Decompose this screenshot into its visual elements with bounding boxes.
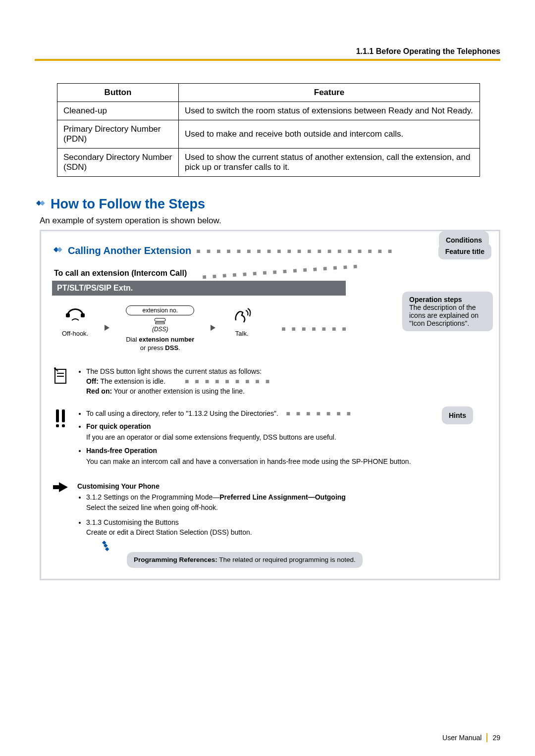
diamond-icon xyxy=(52,246,63,256)
svg-rect-16 xyxy=(62,409,65,422)
callout-operation-steps: Operation steps The description of the i… xyxy=(402,292,493,331)
breadcrumb: 1.1.1 Before Operating the Telephones xyxy=(356,47,500,55)
dashed-leader: ■ ■ ■ ■ ■ ■ ■ ■ ■ xyxy=(185,377,271,385)
note-icon xyxy=(52,366,70,400)
section-intro: An example of system operation is shown … xyxy=(40,216,500,226)
example-box: Calling Another Extension ■ ■ ■ ■ ■ ■ ■ … xyxy=(40,230,500,580)
dss-label: (DSS) xyxy=(126,326,194,333)
customising-body: Customising Your Phone 3.1.2 Settings on… xyxy=(77,478,363,568)
footer-divider xyxy=(486,733,487,742)
talk-icon xyxy=(232,305,252,325)
section-heading-row: How to Follow the Steps xyxy=(35,197,500,212)
cell-button: Primary Directory Number (PDN) xyxy=(57,120,179,149)
step-dial: extension no. (DSS) Dial extension numbe… xyxy=(126,305,194,353)
dashed-leader: ■ ■ ■ ■ ■ ■ ■ xyxy=(281,325,348,333)
svg-rect-7 xyxy=(155,318,165,321)
sub-heading: To call an extension (Intercom Call) ■ ■… xyxy=(54,269,488,278)
callout-body: The description of the icons are explain… xyxy=(409,303,486,327)
exclaim-icon xyxy=(52,408,70,469)
programming-references-pill: Programming References: The related or r… xyxy=(127,552,363,568)
svg-rect-17 xyxy=(62,424,65,427)
cell-feature: Used to switch the room status of extens… xyxy=(179,102,480,120)
customising-block: Customising Your Phone 3.1.2 Settings on… xyxy=(52,478,488,568)
table-row: Cleaned-up Used to switch the room statu… xyxy=(57,102,480,120)
arrow-icon xyxy=(209,324,217,334)
callout-hints: Hints xyxy=(442,406,473,424)
feature-title: Calling Another Extension xyxy=(68,245,191,256)
svg-rect-14 xyxy=(56,409,59,422)
extension-bar: PT/SLT/PS/SIP Extn. xyxy=(52,281,346,296)
svg-rect-5 xyxy=(81,313,85,317)
cell-button: Cleaned-up xyxy=(57,102,179,120)
dashed-leader: ■ ■ ■ ■ ■ ■ ■ ■ ■ ■ ■ ■ ■ ■ ■ ■ xyxy=(202,262,360,281)
svg-rect-1 xyxy=(40,201,45,205)
cell-button: Secondary Directory Number (SDN) xyxy=(57,149,179,177)
arrow-icon xyxy=(103,324,111,334)
callout-conditions: Conditions xyxy=(439,231,489,249)
svg-rect-15 xyxy=(56,424,59,427)
feature-title-row: Calling Another Extension ■ ■ ■ ■ ■ ■ ■ … xyxy=(52,245,488,256)
cell-feature: Used to make and receive both outside an… xyxy=(179,120,480,149)
page-footer: User Manual 29 xyxy=(442,733,500,742)
footer-label: User Manual xyxy=(442,734,482,742)
step-off-hook: Off-hook. xyxy=(62,305,88,338)
step-talk: Talk. xyxy=(232,305,252,338)
diamond-icon xyxy=(35,199,46,210)
col-header-button: Button xyxy=(57,84,179,102)
step-caption: Talk. xyxy=(232,330,252,338)
conditions-body: The DSS button light shows the current s… xyxy=(77,366,271,400)
col-header-feature: Feature xyxy=(179,84,480,102)
step-caption: Dial extension number or press DSS. xyxy=(126,336,194,353)
svg-rect-8 xyxy=(156,322,164,324)
svg-rect-4 xyxy=(66,313,70,317)
step-caption: Off-hook. xyxy=(62,330,88,338)
cell-feature: Used to show the current status of anoth… xyxy=(179,149,480,177)
manual-page: 1.1.1 Before Operating the Telephones Bu… xyxy=(0,0,535,756)
ext-no-pill: extension no. xyxy=(126,305,194,315)
conditions-block: The DSS button light shows the current s… xyxy=(52,366,488,400)
operation-steps-row: Off-hook. extension no. (DSS) Dial exten… xyxy=(52,296,488,357)
callout-label: Operation steps xyxy=(409,296,486,303)
feature-table: Button Feature Cleaned-up Used to switch… xyxy=(57,83,480,177)
handset-icon xyxy=(65,305,86,325)
key-icon xyxy=(126,317,194,326)
svg-marker-6 xyxy=(105,325,109,331)
callout-label: Conditions xyxy=(446,236,482,244)
svg-rect-3 xyxy=(57,247,62,252)
hand-point-icon xyxy=(52,478,70,568)
page-number: 29 xyxy=(492,734,500,742)
section-title: How to Follow the Steps xyxy=(51,197,205,212)
hints-block: To call using a directory, refer to "1.1… xyxy=(52,408,488,469)
callout-label: Hints xyxy=(449,411,466,419)
trail-diamonds: ◆ ◆ ◆ xyxy=(102,541,363,551)
table-row: Secondary Directory Number (SDN) Used to… xyxy=(57,149,480,177)
svg-marker-9 xyxy=(211,325,215,331)
dashed-leader: ■ ■ ■ ■ ■ ■ ■ ■ ■ ■ ■ ■ ■ ■ ■ ■ ■ ■ ■ ■ xyxy=(196,247,394,255)
hints-body: To call using a directory, refer to "1.1… xyxy=(77,408,411,469)
table-row: Primary Directory Number (PDN) Used to m… xyxy=(57,120,480,149)
page-header: 1.1.1 Before Operating the Telephones xyxy=(35,47,500,61)
dashed-leader: ■ ■ ■ ■ ■ ■ ■ xyxy=(286,409,353,417)
